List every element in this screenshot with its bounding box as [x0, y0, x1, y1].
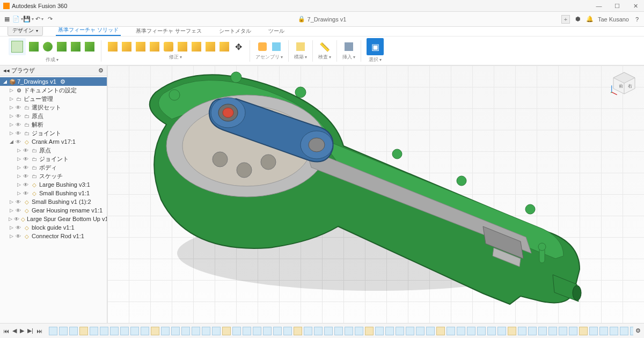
timeline-feature[interactable] [212, 327, 221, 335]
modify-5-button[interactable] [163, 41, 174, 53]
redo-icon[interactable]: ↷ [46, 16, 54, 23]
timeline-feature[interactable] [243, 327, 251, 335]
timeline-feature[interactable] [283, 327, 292, 335]
tree-node-crank[interactable]: ◢👁◇Crank Arm v17:1 [0, 137, 107, 146]
workspace-switcher[interactable]: デザイン▾ [8, 25, 43, 36]
tree-node[interactable]: ▷🗀ビュー管理 [0, 94, 107, 103]
tree-node[interactable]: ▷👁🗀選択セット [0, 103, 107, 112]
timeline-feature[interactable] [253, 327, 261, 335]
assemble-1-button[interactable] [257, 41, 268, 53]
browser-settings-icon[interactable]: ⚙ [98, 67, 104, 74]
timeline-feature[interactable] [508, 327, 516, 335]
timeline-feature[interactable] [273, 327, 282, 335]
timeline-feature[interactable] [497, 327, 506, 335]
data-panel-icon[interactable]: ▦ [3, 16, 11, 23]
timeline-feature[interactable] [202, 327, 210, 335]
timeline-feature[interactable] [569, 327, 577, 335]
create-group-label[interactable]: 作成 [46, 56, 58, 63]
tab-sheet-metal[interactable]: シートメタル [217, 26, 253, 36]
timeline-feature[interactable] [161, 327, 170, 335]
timeline-feature[interactable] [120, 327, 129, 335]
tree-node[interactable]: ▷👁◇Large Spur Gear Bottom Up v1:1 [0, 215, 107, 223]
construct-group-label[interactable]: 構築 [294, 54, 307, 61]
timeline-feature[interactable] [90, 327, 98, 335]
timeline-feature[interactable] [334, 327, 343, 335]
assemble-group-label[interactable]: アセンブリ [255, 54, 283, 61]
user-name[interactable]: Tae Kusano [598, 16, 629, 23]
timeline-feature[interactable] [304, 327, 312, 335]
timeline-first-button[interactable]: ⏮ [3, 328, 9, 334]
save-icon[interactable]: 💾 [25, 16, 32, 23]
tree-root[interactable]: ◢📦7_Drawings v1⚙ [0, 77, 107, 86]
timeline-feature[interactable] [589, 327, 598, 335]
timeline-feature[interactable] [436, 327, 445, 335]
timeline-feature[interactable] [375, 327, 384, 335]
timeline-feature[interactable] [457, 327, 465, 335]
tree-node[interactable]: ▷👁🗀ジョイント [0, 155, 107, 163]
tree-node[interactable]: ▷👁◇Small Bushing v1 (1):2 [0, 197, 107, 206]
window-minimize-button[interactable]: — [592, 2, 605, 10]
timeline-feature[interactable] [416, 327, 425, 335]
viewcube[interactable]: 前 右 [611, 70, 638, 97]
timeline-feature[interactable] [447, 327, 455, 335]
timeline-feature[interactable] [294, 327, 302, 335]
timeline-feature[interactable] [426, 327, 435, 335]
timeline-feature[interactable] [151, 327, 159, 335]
tree-node[interactable]: ▷👁◇Large Bushing v3:1 [0, 180, 107, 189]
tree-node[interactable]: ▷👁◇block guide v1:1 [0, 223, 107, 232]
tab-solid[interactable]: 基準フィーチャ ソリッド [56, 25, 121, 36]
construct-button[interactable] [295, 41, 306, 53]
timeline-feature[interactable] [181, 327, 190, 335]
timeline-feature[interactable] [610, 327, 618, 335]
assemble-2-button[interactable] [270, 41, 282, 53]
modify-6-button[interactable] [177, 41, 188, 53]
timeline-feature[interactable] [396, 327, 404, 335]
timeline-feature[interactable] [630, 327, 633, 335]
viewport-3d[interactable]: 前 右 [107, 65, 644, 323]
create-feature3-button[interactable] [84, 41, 96, 53]
timeline-feature[interactable] [222, 327, 231, 335]
select-group-label[interactable]: 選択 [369, 56, 382, 63]
timeline-feature[interactable] [477, 327, 486, 335]
insert-button[interactable] [343, 41, 355, 53]
create-cylinder-button[interactable] [42, 41, 54, 53]
window-maximize-button[interactable]: ☐ [611, 2, 624, 10]
timeline-feature[interactable] [548, 327, 557, 335]
timeline-feature[interactable] [559, 327, 567, 335]
timeline-last-button[interactable]: ⏭ [36, 328, 42, 334]
tree-node[interactable]: ▷👁🗀原点 [0, 112, 107, 120]
notifications-icon[interactable]: 🔔 [586, 16, 594, 23]
timeline-feature[interactable] [314, 327, 323, 335]
file-menu-icon[interactable]: 📄 [14, 16, 21, 23]
undo-icon[interactable]: ↶ [35, 16, 43, 23]
timeline-feature[interactable] [487, 327, 496, 335]
tree-node[interactable]: ▷👁🗀スケッチ [0, 172, 107, 180]
timeline-feature[interactable] [110, 327, 119, 335]
tab-tools[interactable]: ツール [266, 26, 287, 36]
timeline-feature[interactable] [345, 327, 353, 335]
tree-node[interactable]: ▷👁🗀ジョイント [0, 129, 107, 137]
modify-4-button[interactable] [149, 41, 160, 53]
create-box-button[interactable] [28, 41, 40, 53]
tree-node[interactable]: ▷👁🗀原点 [0, 146, 107, 155]
select-button[interactable]: ▣ [367, 38, 384, 55]
timeline-prev-button[interactable]: ◀ [12, 327, 17, 334]
tree-node[interactable]: ▷👁◇Connector Rod v1:1 [0, 232, 107, 240]
sketch-button[interactable] [9, 38, 26, 55]
create-feature-button[interactable] [56, 41, 68, 53]
timeline-feature[interactable] [263, 327, 272, 335]
timeline-feature[interactable] [141, 327, 149, 335]
tab-surface[interactable]: 基準フィーチャ サーフェス [134, 26, 204, 36]
timeline-feature[interactable] [100, 327, 108, 335]
timeline-feature[interactable] [599, 327, 608, 335]
timeline-feature[interactable] [355, 327, 363, 335]
tree-node[interactable]: ▷👁🗀解析 [0, 120, 107, 129]
modify-2-button[interactable] [121, 41, 133, 53]
timeline-feature[interactable] [171, 327, 180, 335]
timeline-feature[interactable] [69, 327, 78, 335]
timeline-feature[interactable] [365, 327, 374, 335]
timeline-feature[interactable] [467, 327, 475, 335]
timeline-settings-icon[interactable]: ⚙ [635, 327, 641, 334]
timeline-feature[interactable] [538, 327, 547, 335]
modify-3-button[interactable] [135, 41, 147, 53]
